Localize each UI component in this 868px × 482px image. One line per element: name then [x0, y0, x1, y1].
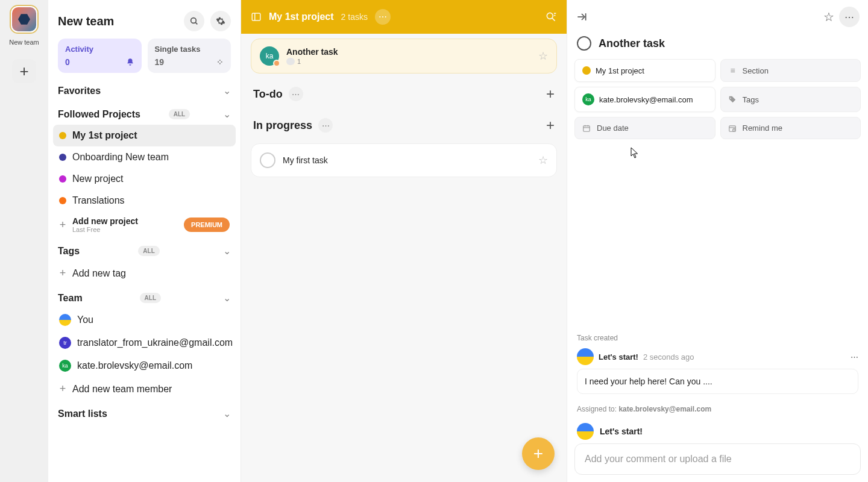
- plus-icon: +: [59, 267, 66, 280]
- project-color-dot: [59, 197, 66, 204]
- star-icon[interactable]: ☆: [538, 49, 548, 63]
- section-name: To-do: [253, 88, 283, 101]
- tags-chip[interactable]: Tags: [720, 87, 861, 112]
- all-pill[interactable]: ALL: [169, 109, 190, 119]
- followed-projects-heading: Followed Projects: [58, 109, 140, 120]
- task-more-icon[interactable]: ⋯: [839, 7, 860, 27]
- team-member-item[interactable]: trtranslator_from_ukraine@gmail.com: [53, 331, 236, 354]
- project-header: My 1st project 2 tasks ⋯: [241, 0, 567, 34]
- task-section-header: In progress⋯+: [241, 110, 567, 141]
- svg-line-5: [552, 18, 555, 21]
- add-workspace-button[interactable]: +: [12, 59, 36, 83]
- task-detail-panel: ☆ ⋯ Another task My 1st project ≡ Sectio…: [567, 0, 868, 482]
- smart-lists-heading: Smart lists: [58, 408, 107, 419]
- workspace-avatar[interactable]: [11, 6, 37, 33]
- section-more-icon[interactable]: ⋯: [318, 118, 333, 133]
- sidebar-project-item[interactable]: New project: [53, 168, 236, 190]
- svg-rect-9: [583, 125, 590, 131]
- task-card[interactable]: My first task☆: [251, 143, 557, 177]
- plus-icon: +: [59, 219, 66, 231]
- premium-badge[interactable]: PREMIUM: [184, 218, 230, 232]
- current-user-avatar: [577, 423, 594, 440]
- star-icon[interactable]: ☆: [538, 154, 548, 167]
- add-team-member-row[interactable]: + Add new team member: [53, 377, 236, 401]
- remind-chip[interactable]: Remind me: [720, 117, 861, 139]
- team-title: New team: [58, 14, 114, 28]
- add-tag-row[interactable]: + Add new tag: [53, 261, 236, 285]
- section-more-icon[interactable]: ⋯: [289, 87, 303, 101]
- task-card[interactable]: ka Another task 1 ☆: [251, 39, 557, 74]
- settings-gear-icon[interactable]: [210, 11, 231, 31]
- section-add-icon[interactable]: +: [546, 117, 555, 134]
- add-team-member-label: Add new team member: [72, 384, 172, 395]
- member-label: kate.brolevsky@email.com: [77, 360, 192, 371]
- team-member-item[interactable]: kakate.brolevsky@email.com: [53, 354, 236, 377]
- member-avatar: [59, 314, 71, 326]
- add-tag-label: Add new tag: [72, 268, 126, 279]
- comment-time: 2 seconds ago: [643, 352, 694, 362]
- complete-toggle[interactable]: [260, 152, 275, 168]
- add-task-fab[interactable]: +: [522, 437, 555, 470]
- project-more-icon[interactable]: ⋯: [375, 9, 391, 25]
- activity-card[interactable]: Activity 0: [58, 39, 142, 73]
- chevron-down-icon[interactable]: ⌄: [223, 292, 231, 304]
- add-project-label: Add new project: [72, 216, 138, 226]
- favorites-heading: Favorites: [58, 86, 101, 96]
- tag-icon: [728, 95, 738, 104]
- task-section-header: To-do⋯+: [241, 78, 567, 110]
- project-title: My 1st project: [269, 11, 334, 22]
- project-chip[interactable]: My 1st project: [574, 59, 715, 82]
- member-avatar: tr: [59, 337, 71, 349]
- section-chip[interactable]: ≡ Section: [720, 59, 861, 82]
- cluster-icon: ⁘: [216, 57, 224, 67]
- complete-toggle[interactable]: [577, 36, 591, 51]
- member-label: You: [77, 315, 93, 325]
- sidebar-project-item[interactable]: Translations: [53, 190, 236, 211]
- project-panel: My 1st project 2 tasks ⋯ ka Another task…: [241, 0, 567, 482]
- comment-user: Let's start!: [599, 352, 638, 362]
- collapse-panel-icon[interactable]: [576, 11, 588, 23]
- svg-rect-2: [252, 13, 260, 20]
- all-pill[interactable]: ALL: [138, 246, 159, 256]
- chevron-down-icon[interactable]: ⌄: [223, 408, 231, 419]
- project-name: New project: [72, 174, 123, 184]
- sidebar-toggle-icon[interactable]: [251, 11, 262, 22]
- tags-heading: Tags: [58, 246, 80, 257]
- workspace-rail: New team +: [0, 0, 48, 482]
- comment-more-icon[interactable]: ⋯: [851, 352, 858, 362]
- project-name: My 1st project: [72, 130, 137, 141]
- assignee-avatar: ka: [260, 46, 279, 66]
- sidebar-project-item[interactable]: My 1st project: [53, 125, 236, 146]
- chevron-down-icon[interactable]: ⌄: [223, 108, 231, 120]
- chevron-down-icon[interactable]: ⌄: [223, 85, 231, 96]
- single-tasks-label: Single tasks: [155, 45, 224, 54]
- svg-point-0: [191, 18, 197, 23]
- project-name: Onboarding New team: [72, 152, 169, 163]
- team-member-item[interactable]: You: [53, 308, 236, 331]
- add-project-row[interactable]: + Add new project Last Free PREMIUM: [53, 211, 236, 238]
- sidebar-project-item[interactable]: Onboarding New team: [53, 146, 236, 168]
- sidebar: New team Activity 0 Single tasks 19: [48, 0, 241, 482]
- filter-search-icon[interactable]: [545, 11, 557, 23]
- task-detail-title[interactable]: Another task: [599, 37, 665, 50]
- plus-icon: +: [59, 383, 66, 395]
- activity-card-label: Activity: [65, 45, 134, 54]
- svg-point-4: [547, 13, 553, 19]
- bell-icon: [126, 58, 134, 66]
- all-pill[interactable]: ALL: [140, 293, 161, 303]
- star-icon[interactable]: ☆: [823, 10, 834, 24]
- project-color-dot: [59, 154, 66, 161]
- single-tasks-card[interactable]: Single tasks 19 ⁘: [148, 39, 231, 73]
- assignee-chip[interactable]: ka kate.brolevsky@email.com: [574, 87, 715, 112]
- project-color-dot: [582, 66, 591, 75]
- due-date-chip[interactable]: Due date: [574, 117, 715, 139]
- comment-input[interactable]: Add your comment or upload a file: [574, 443, 861, 475]
- assignee-avatar-icon: ka: [582, 93, 594, 105]
- search-icon[interactable]: [184, 11, 204, 31]
- project-name: Translations: [72, 195, 125, 206]
- section-add-icon[interactable]: +: [546, 86, 555, 102]
- svg-line-1: [195, 22, 197, 24]
- team-heading: Team: [58, 293, 83, 304]
- single-tasks-count: 19: [155, 57, 165, 67]
- chevron-down-icon[interactable]: ⌄: [223, 245, 231, 257]
